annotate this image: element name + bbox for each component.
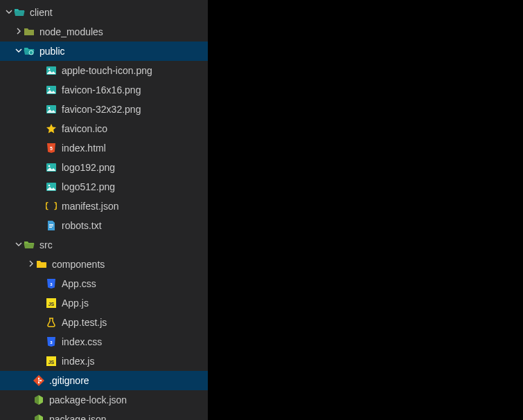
svg-text:JS: JS <box>48 302 55 307</box>
favicon-icon <box>46 123 57 134</box>
file-row-pub-f16[interactable]: favicon-16x16.png <box>0 80 208 100</box>
folder-row-client[interactable]: client <box>0 3 208 22</box>
editor-area <box>208 0 523 420</box>
folder-label: src <box>39 239 208 250</box>
file-row-pkg[interactable]: package.json <box>0 410 208 420</box>
file-row-pub-f32[interactable]: favicon-32x32.png <box>0 100 208 119</box>
file-row-indexjs[interactable]: JSindex.js <box>0 351 208 371</box>
file-row-pub-fav[interactable]: favicon.ico <box>0 119 208 138</box>
chevron-right-icon[interactable] <box>14 28 24 36</box>
image-icon <box>46 65 57 76</box>
json-brace-icon: { } <box>46 201 57 212</box>
file-row-appjs[interactable]: JSApp.js <box>0 293 208 313</box>
html5-icon: 5 <box>46 143 57 154</box>
js-icon: JS <box>46 298 57 309</box>
git-icon <box>33 375 44 386</box>
file-label: index.js <box>62 356 208 367</box>
file-row-pkglock[interactable]: package-lock.json <box>0 390 208 410</box>
folder-components-icon <box>36 259 47 270</box>
chevron-right-icon[interactable] <box>26 260 36 268</box>
svg-text:5: 5 <box>50 146 53 151</box>
file-label: index.css <box>62 336 208 347</box>
svg-rect-13 <box>49 224 53 225</box>
txt-icon <box>46 220 57 231</box>
nodejs-icon <box>33 414 44 420</box>
file-row-appcss[interactable]: 3App.css <box>0 274 208 293</box>
file-row-apptest[interactable]: App.test.js <box>0 313 208 332</box>
file-label: robots.txt <box>62 220 208 231</box>
file-label: favicon-32x32.png <box>62 104 208 115</box>
file-row-gitignore[interactable]: .gitignore <box>0 371 208 390</box>
folder-nm-icon <box>24 26 35 37</box>
file-label: index.html <box>62 143 208 154</box>
chevron-down-icon[interactable] <box>14 47 24 55</box>
svg-rect-14 <box>49 226 53 226</box>
folder-open-globe-icon <box>24 46 35 57</box>
file-row-pub-rob[interactable]: robots.txt <box>0 216 208 235</box>
file-label: App.js <box>62 298 208 309</box>
svg-point-9 <box>48 165 51 167</box>
file-label: manifest.json <box>62 201 208 212</box>
test-icon <box>46 317 57 328</box>
file-row-pub-html[interactable]: 5index.html <box>0 138 208 158</box>
file-label: App.test.js <box>62 317 208 328</box>
folder-label: components <box>52 259 208 270</box>
file-row-pub-l192[interactable]: logo192.png <box>0 158 208 177</box>
image-icon <box>46 162 57 173</box>
js-icon: JS <box>46 356 57 367</box>
css-icon: 3 <box>46 278 57 289</box>
svg-point-6 <box>48 107 51 109</box>
file-label: favicon-16x16.png <box>62 84 208 95</box>
folder-open-src-icon <box>24 239 35 250</box>
file-explorer-sidebar[interactable]: clientnode_modulespublicapple-touch-icon… <box>0 0 208 420</box>
file-row-pub-ati[interactable]: apple-touch-icon.png <box>0 61 208 80</box>
svg-text:{ }: { } <box>46 201 57 211</box>
file-row-indexcss[interactable]: 3index.css <box>0 332 208 351</box>
folder-label: node_modules <box>39 26 208 37</box>
css-icon: 3 <box>46 336 57 347</box>
file-label: package.json <box>49 414 208 420</box>
file-row-pub-l512[interactable]: logo512.png <box>0 177 208 197</box>
folder-row-src[interactable]: src <box>0 235 208 255</box>
file-label: favicon.ico <box>62 123 208 134</box>
file-row-pub-man[interactable]: { }manifest.json <box>0 197 208 216</box>
image-icon <box>46 84 57 95</box>
file-label: apple-touch-icon.png <box>62 65 208 76</box>
svg-point-2 <box>48 69 51 71</box>
svg-point-11 <box>48 185 51 187</box>
file-label: package-lock.json <box>49 394 208 405</box>
file-label: .gitignore <box>49 375 208 386</box>
svg-point-4 <box>48 88 51 90</box>
folder-label: public <box>39 46 208 57</box>
nodejs-icon <box>33 394 44 405</box>
image-icon <box>46 181 57 192</box>
file-label: logo192.png <box>62 162 208 173</box>
file-label: App.css <box>62 278 208 289</box>
folder-row-node_modules[interactable]: node_modules <box>0 22 208 42</box>
file-label: logo512.png <box>62 181 208 192</box>
chevron-down-icon[interactable] <box>14 241 24 249</box>
svg-text:JS: JS <box>48 360 55 365</box>
folder-row-public[interactable]: public <box>0 42 208 61</box>
folder-row-components[interactable]: components <box>0 255 208 274</box>
image-icon <box>46 104 57 115</box>
folder-label: client <box>30 7 208 18</box>
chevron-down-icon[interactable] <box>4 8 14 17</box>
folder-open-blue-icon <box>14 7 25 18</box>
svg-rect-15 <box>49 227 52 228</box>
